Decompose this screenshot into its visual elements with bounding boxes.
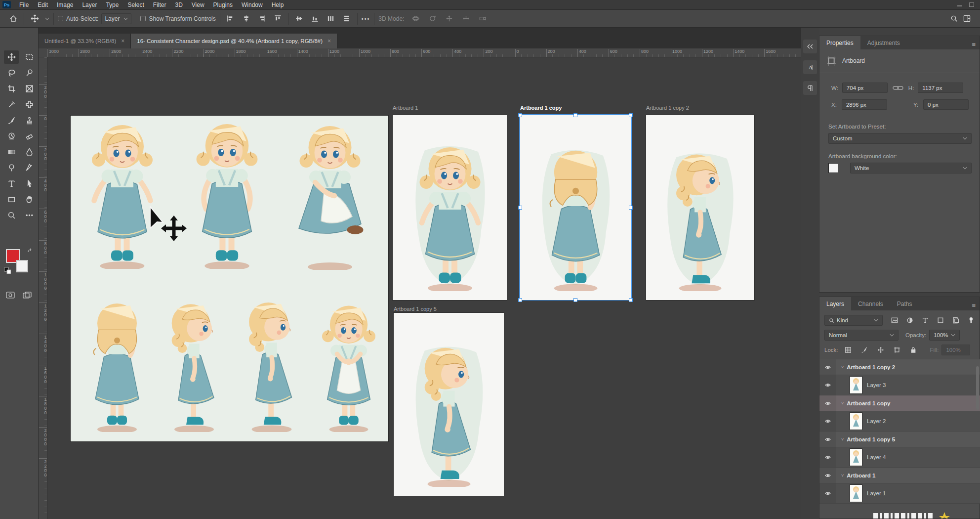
artboard-canvas[interactable]	[646, 115, 754, 300]
layer-thumbnail[interactable]	[850, 377, 862, 393]
lock-transparent-pixels-icon[interactable]	[842, 345, 854, 355]
layer-thumbnail[interactable]	[850, 485, 862, 502]
layer-visibility-eye-icon[interactable]	[819, 375, 836, 395]
layer-filter-kind-dropdown[interactable]: Kind	[824, 315, 883, 326]
layer-row[interactable]: Layer 2	[819, 411, 980, 432]
artboard-group-row[interactable]: ˅Artboard 1 copy 5	[819, 432, 980, 447]
filter-pixel-layers-icon[interactable]	[889, 315, 900, 325]
lasso-tool[interactable]	[4, 66, 19, 80]
chevron-down-icon[interactable]	[45, 17, 49, 20]
screen-mode-button[interactable]	[21, 288, 34, 302]
collapse-chevron-icon[interactable]: ˅	[841, 401, 844, 406]
link-dimensions-icon[interactable]	[893, 85, 903, 91]
layer-visibility-eye-icon[interactable]	[819, 447, 836, 467]
show-transform-controls-checkbox[interactable]	[140, 16, 146, 21]
zoom-tool[interactable]	[4, 209, 19, 222]
more-options-icon[interactable]: •••	[362, 16, 370, 22]
gradient-tool[interactable]	[4, 145, 19, 159]
horizontal-ruler[interactable]: 3000280026002400220020001800160014001200…	[47, 48, 801, 57]
filter-adjustment-layers-icon[interactable]	[904, 315, 916, 325]
edit-toolbar[interactable]	[22, 209, 37, 222]
artboard-label[interactable]: Artboard 1	[393, 105, 418, 111]
height-field[interactable]: 1137 px	[918, 83, 963, 93]
pen-tool[interactable]	[22, 161, 37, 174]
eraser-tool[interactable]	[22, 130, 37, 143]
lock-position-icon[interactable]	[875, 345, 887, 355]
artboard-bg-swatch[interactable]	[828, 163, 838, 173]
collapse-chevron-icon[interactable]: ˅	[841, 437, 844, 442]
artboard-group-row[interactable]: ˅Artboard 1	[819, 468, 980, 483]
tab-properties[interactable]: Properties	[819, 36, 860, 49]
x-field[interactable]: 2896 px	[842, 99, 887, 110]
layer-row[interactable]: Layer 1	[819, 483, 980, 504]
menu-help[interactable]: Help	[267, 0, 288, 10]
history-brush-tool[interactable]	[4, 130, 19, 143]
artboard-group-row[interactable]: ˅Artboard 1 copy 2	[819, 359, 980, 375]
menu-filter[interactable]: Filter	[149, 0, 171, 10]
layer-visibility-eye-icon[interactable]	[819, 359, 836, 375]
artboard-label[interactable]: Artboard 1 copy	[520, 105, 562, 111]
ruler-origin-corner[interactable]	[39, 48, 47, 57]
tab-layers[interactable]: Layers	[819, 297, 851, 310]
frame-tool[interactable]	[22, 82, 37, 95]
width-field[interactable]: 704 px	[842, 83, 888, 93]
transform-handle[interactable]	[518, 113, 522, 117]
align-top-edges-icon[interactable]	[272, 12, 285, 25]
paragraph-panel-icon[interactable]	[803, 81, 817, 95]
align-bottom-edges-icon[interactable]	[309, 12, 322, 25]
menu-edit[interactable]: Edit	[33, 0, 52, 10]
restore-icon[interactable]	[969, 2, 974, 7]
panel-menu-icon[interactable]: ≡	[972, 43, 976, 46]
artboard-group-row[interactable]: ˅Artboard 1 copy	[819, 395, 980, 411]
vertical-ruler[interactable]: 2000200400600800100012001400160018002000…	[39, 57, 47, 519]
spot-healing-brush-tool[interactable]	[22, 98, 37, 111]
transform-handle[interactable]	[518, 206, 522, 210]
transform-handle[interactable]	[573, 113, 577, 117]
filter-toggle-icon[interactable]	[965, 315, 977, 325]
transform-handle[interactable]	[573, 298, 577, 302]
menu-view[interactable]: View	[187, 0, 209, 10]
layer-visibility-eye-icon[interactable]	[819, 468, 836, 483]
type-tool[interactable]	[4, 177, 19, 190]
transform-handle[interactable]	[518, 298, 522, 302]
dodge-tool[interactable]	[4, 161, 19, 174]
swap-colors-icon[interactable]	[27, 248, 33, 254]
search-icon[interactable]	[947, 12, 960, 25]
auto-select-target-dropdown[interactable]: Layer	[101, 13, 131, 24]
menu-type[interactable]: Type	[101, 0, 123, 10]
rectangle-tool[interactable]	[4, 193, 19, 206]
object-selection-tool[interactable]	[22, 66, 37, 80]
current-tool-move-icon[interactable]	[28, 12, 41, 25]
artboard-label[interactable]: Artboard 1 copy 5	[394, 306, 437, 312]
document-tab-2[interactable]: 16- Consistent Character design.psd @ 40…	[131, 34, 337, 48]
menu-3d[interactable]: 3D	[170, 0, 187, 10]
menu-select[interactable]: Select	[123, 0, 148, 10]
panel-menu-icon[interactable]: ≡	[972, 303, 976, 307]
artboard-label[interactable]: Artboard 1 copy 2	[646, 105, 689, 111]
align-right-edges-icon[interactable]	[256, 12, 269, 25]
canvas-area[interactable]: Artboard 1Artboard 1 copyArtboard 1 copy…	[47, 57, 801, 519]
layer-visibility-eye-icon[interactable]	[819, 432, 836, 447]
tab-channels[interactable]: Channels	[851, 297, 890, 310]
menu-plugins[interactable]: Plugins	[209, 0, 237, 10]
quick-mask-mode-button[interactable]	[4, 288, 17, 302]
tab-paths[interactable]: Paths	[890, 297, 919, 310]
align-horizontal-centers-icon[interactable]	[240, 12, 253, 25]
opacity-field[interactable]: 100%	[929, 330, 960, 341]
tab-adjustments[interactable]: Adjustments	[860, 36, 907, 49]
home-icon[interactable]	[7, 12, 20, 25]
collapse-chevron-icon[interactable]: ˅	[841, 473, 844, 478]
transform-handle[interactable]	[629, 206, 633, 210]
preset-dropdown[interactable]: Custom	[828, 133, 972, 144]
artboard-bg-dropdown[interactable]: White	[850, 163, 972, 173]
layer-thumbnail[interactable]	[850, 413, 862, 430]
lock-all-icon[interactable]	[907, 345, 919, 355]
3d-orbit-icon[interactable]	[409, 12, 422, 25]
align-left-edges-icon[interactable]	[224, 12, 237, 25]
artboard-canvas[interactable]	[520, 115, 631, 300]
eyedropper-tool[interactable]	[4, 98, 19, 111]
clone-stamp-tool[interactable]	[22, 114, 37, 127]
3d-roll-icon[interactable]	[426, 12, 439, 25]
3d-pan-icon[interactable]	[443, 12, 455, 25]
menu-file[interactable]: File	[15, 0, 33, 10]
